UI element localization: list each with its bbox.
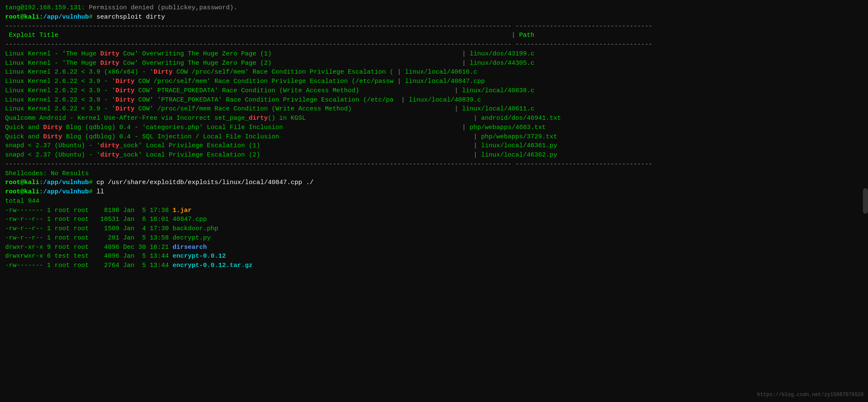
terminal-container: tang@192.168.159.131: Permission denied …: [5, 3, 863, 270]
exploit-row-1: Linux Kernel - 'The Huge Dirty Cow' Over…: [5, 50, 863, 59]
file-dirsearch: drwxr-xr-x 9 root root 4096 Dec 30 16:21…: [5, 243, 863, 252]
separator-3: ----------------------------------------…: [5, 160, 863, 169]
line-permission-denied: tang@192.168.159.131: Permission denied …: [5, 3, 863, 13]
exploit-row-11: snapd < 2.37 (Ubuntu) - 'dirty_sock' Loc…: [5, 141, 863, 151]
file-encrypt-dir: drwxrwxr-x 6 test test 4096 Jan 5 13:44 …: [5, 252, 863, 261]
watermark: https://blog.csdn.net/zy15667076526: [757, 392, 864, 398]
exploit-row-12: snapd < 2.37 (Ubuntu) - 'dirty_sock' Loc…: [5, 151, 863, 160]
file-backdoor: -rw-r--r-- 1 root root 1509 Jan 4 17:30 …: [5, 224, 863, 234]
line-shellcodes: Shellcodes: No Results: [5, 169, 863, 179]
file-encrypt-tar: -rw------- 1 root root 2764 Jan 5 13:44 …: [5, 261, 863, 270]
exploit-row-5: Linux Kernel 2.6.22 < 3.9 - 'Dirty COW' …: [5, 86, 863, 96]
scrollbar[interactable]: [863, 188, 868, 214]
line-prompt-cp: root@kali:/app/vulnhub# cp /usr/share/ex…: [5, 178, 863, 187]
line-prompt-ll: root@kali:/app/vulnhub# ll: [5, 187, 863, 197]
line-prompt-searchsploit: root@kali:/app/vulnhub# searchsploit dir…: [5, 13, 863, 22]
exploit-row-3: Linux Kernel 2.6.22 < 3.9 (x86/x64) - 'D…: [5, 68, 863, 77]
exploit-row-10: Quick and Dirty Blog (qdblog) 0.4 - SQL …: [5, 132, 863, 142]
separator-1: ----------------------------------------…: [5, 22, 863, 31]
exploit-row-2: Linux Kernel - 'The Huge Dirty Cow' Over…: [5, 59, 863, 68]
exploit-row-8: Qualcomm Android - Kernel Use-After-Free…: [5, 114, 863, 123]
exploit-row-7: Linux Kernel 2.6.22 < 3.9 - 'Dirty COW' …: [5, 105, 863, 114]
line-total: total 944: [5, 197, 863, 206]
exploit-row-4: Linux Kernel 2.6.22 < 3.9 - 'Dirty COW /…: [5, 77, 863, 86]
separator-2: ----------------------------------------…: [5, 40, 863, 50]
file-1jar: -rw------- 1 root root 8198 Jan 5 17:38 …: [5, 206, 863, 215]
file-40847cpp: -rw-r--r-- 1 root root 10531 Jan 6 16:01…: [5, 215, 863, 224]
exploit-row-9: Quick and Dirty Blog (qdblog) 0.4 - 'cat…: [5, 123, 863, 132]
exploit-row-6: Linux Kernel 2.6.22 < 3.9 - 'Dirty COW' …: [5, 96, 863, 105]
table-header: Exploit Title | Path: [5, 31, 863, 40]
file-decrypt: -rw-r--r-- 1 root root 281 Jan 5 13:58 d…: [5, 234, 863, 243]
